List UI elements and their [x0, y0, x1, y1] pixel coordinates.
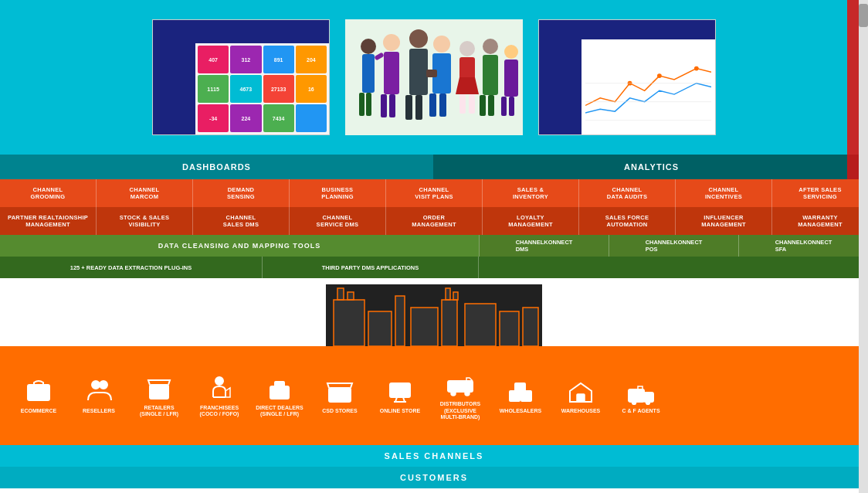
cell-channel-service-dms: CHANNELSERVICE DMS — [290, 207, 386, 235]
channel-online-store: ONLINE STORE — [373, 377, 427, 414]
online-store-label: ONLINE STORE — [380, 408, 420, 414]
channel-ecommerce: ECOMMERCE — [12, 377, 66, 414]
cell-business-planning: BUSINESSPLANNING — [290, 179, 386, 207]
cell-channel-data-audits: CHANNELDATA AUDITS — [579, 179, 676, 207]
data-cleansing-label: DATA CLEANSING AND MAPPING TOOLS — [0, 235, 479, 257]
cell-sales-force-automation: SALES FORCEAUTOMATION — [579, 207, 676, 235]
svg-rect-42 — [395, 296, 405, 346]
cell-order-management: ORDERMANAGEMENT — [386, 207, 483, 235]
svg-point-13 — [433, 36, 450, 53]
franchisees-label: FRANCHISEES(COCO / FOFO) — [200, 405, 239, 418]
svg-rect-50 — [28, 385, 49, 400]
svg-point-4 — [383, 34, 400, 51]
svg-rect-68 — [395, 386, 405, 393]
people-illustration — [345, 19, 523, 135]
svg-rect-60 — [276, 391, 283, 399]
retailers-label: RETAILERS(SINGLE / LFR) — [140, 405, 178, 418]
svg-point-70 — [451, 391, 456, 396]
svg-rect-8 — [374, 52, 384, 60]
cell-loyalty-management: LOYALTYMANAGEMENT — [483, 207, 579, 235]
svg-rect-6 — [381, 94, 387, 117]
svg-rect-49 — [523, 308, 538, 346]
cell-channel-incentives: CHANNELINCENTIVES — [676, 179, 772, 207]
channel-csd-stores: CSD STORES — [313, 377, 367, 414]
svg-rect-3 — [366, 93, 371, 116]
svg-rect-69 — [448, 381, 473, 392]
svg-rect-38 — [334, 300, 364, 346]
svg-point-18 — [459, 41, 475, 56]
svg-rect-55 — [155, 391, 163, 399]
cell-channel-sales-dms: CHANNELSALES DMS — [193, 207, 290, 235]
factory-section — [0, 278, 868, 346]
distributors-label: DISTRIBUTORS(EXCLUSIVEMULTI-BRAND) — [440, 401, 480, 420]
cell-channel-marcom: CHANNELMARCOM — [97, 179, 193, 207]
svg-rect-25 — [480, 95, 486, 116]
svg-point-52 — [92, 381, 100, 389]
data-extraction-label: 125 + READY DATA EXTRACTION PLUG-INS — [0, 257, 263, 278]
svg-point-33 — [694, 66, 699, 71]
dashboards-analytics-bar: DASHBOARDS ANALYTICS — [0, 155, 868, 179]
sales-channels-section: ECOMMERCE RESELLERS RETAILERS(SINGLE / L… — [0, 346, 868, 445]
scrollbar[interactable] — [859, 0, 868, 493]
third-party-dms-label: THIRD PARTY DMS APPLICATIONS — [263, 257, 479, 278]
channelkonnect-pos: CHANNELKONNECTPOS — [609, 235, 738, 257]
sales-channels-bar: SALES CHANNELS — [0, 445, 868, 467]
svg-rect-2 — [359, 93, 364, 116]
cf-agents-label: C & F AGENTS — [622, 408, 659, 414]
cell-influencer-management: INFLUENCERMANAGEMENT — [676, 207, 772, 235]
svg-rect-26 — [488, 95, 494, 116]
svg-rect-48 — [500, 311, 519, 346]
direct-dealers-label: DIRECT DEALERS(SINGLE / LFR) — [256, 405, 303, 418]
svg-point-27 — [504, 45, 518, 59]
channel-cf-agents: C & F AGENTS — [614, 377, 668, 414]
channel-retailers: RETAILERS(SINGLE / LFR) — [132, 374, 186, 418]
scrollbar-thumb[interactable] — [859, 4, 868, 27]
cell-channel-visit-plans: CHANNELVISIT PLANS — [386, 179, 483, 207]
warehouses-label: WAREHOUSES — [561, 408, 601, 414]
channel-resellers: RESELLERS — [72, 377, 126, 414]
svg-rect-43 — [411, 308, 438, 346]
svg-rect-30 — [509, 97, 514, 116]
svg-rect-45 — [446, 288, 450, 304]
dashboard-screenshot: 407 312 891 204 1115 4673 27133 16 -34 2… — [152, 19, 330, 135]
svg-point-23 — [483, 39, 498, 54]
main-container: 407 312 891 204 1115 4673 27133 16 -34 2… — [0, 0, 868, 493]
svg-rect-1 — [362, 54, 375, 93]
svg-rect-17 — [426, 70, 437, 77]
svg-rect-39 — [368, 311, 392, 346]
svg-rect-16 — [439, 94, 446, 117]
svg-rect-47 — [465, 304, 496, 346]
svg-rect-59 — [275, 382, 284, 386]
orange-row-1: CHANNELGROOMING CHANNELMARCOM DEMANDSENS… — [0, 179, 868, 207]
svg-point-71 — [465, 391, 470, 396]
cell-demand-sensing: DEMANDSENSING — [193, 179, 290, 207]
cell-stock-sales-visibility: STOCK & SALESVISIBILITY — [97, 207, 193, 235]
top-section: 407 312 891 204 1115 4673 27133 16 -34 2… — [0, 0, 868, 155]
orange-row-2: PARTNER REALTAIONSHIPMANAGEMENT STOCK & … — [0, 207, 868, 235]
csd-stores-label: CSD STORES — [322, 408, 357, 414]
svg-rect-10 — [409, 49, 428, 95]
svg-point-78 — [632, 400, 636, 404]
svg-rect-74 — [515, 383, 525, 393]
svg-point-56 — [215, 377, 223, 385]
svg-marker-20 — [456, 77, 479, 94]
svg-rect-28 — [504, 60, 518, 97]
svg-rect-11 — [405, 95, 412, 120]
svg-rect-40 — [337, 288, 344, 304]
cell-channel-grooming: CHANNELGROOMING — [0, 179, 97, 207]
svg-point-53 — [100, 381, 107, 389]
svg-rect-21 — [459, 94, 466, 114]
svg-rect-75 — [577, 394, 585, 402]
svg-rect-41 — [348, 292, 354, 304]
analytics-screenshot — [538, 19, 716, 135]
cell-partner-relationship: PARTNER REALTAIONSHIPMANAGEMENT — [0, 207, 97, 235]
resellers-label: RESELLERS — [83, 408, 115, 414]
customers-bar: CUSTOMERS — [0, 467, 868, 488]
svg-rect-7 — [389, 94, 395, 117]
cell-after-sales-servicing: AFTER SALESSERVICING — [772, 179, 868, 207]
svg-point-0 — [361, 39, 376, 54]
channel-warehouses: WAREHOUSES — [554, 377, 608, 414]
channel-direct-dealers: DIRECT DEALERS(SINGLE / LFR) — [253, 374, 307, 418]
cell-warranty-management: WARRANTYMANAGEMENT — [772, 207, 868, 235]
channel-distributors: DISTRIBUTORS(EXCLUSIVEMULTI-BRAND) — [433, 370, 487, 420]
